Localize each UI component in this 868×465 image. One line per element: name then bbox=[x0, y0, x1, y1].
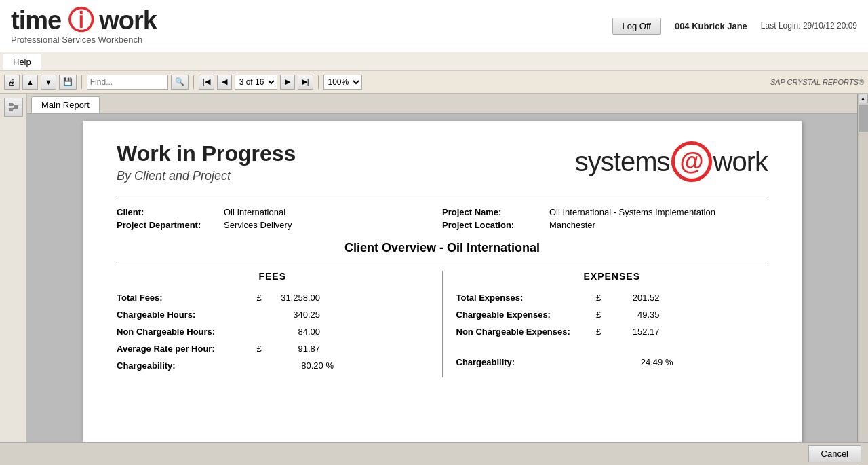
scroll-track bbox=[859, 103, 868, 456]
report-subtitle: By Client and Project bbox=[117, 169, 296, 183]
toolbar-separator-2 bbox=[193, 75, 194, 89]
nav-next-button[interactable]: ▶ bbox=[280, 75, 295, 90]
page-selector[interactable]: 3 of 16 bbox=[235, 75, 277, 90]
vertical-scrollbar[interactable]: ▲ ▼ bbox=[857, 94, 868, 465]
project-location-label: Project Location: bbox=[442, 220, 544, 230]
nav-prev-button[interactable]: ◀ bbox=[217, 75, 232, 90]
print-button[interactable]: 🖨 bbox=[4, 75, 20, 90]
svg-rect-1 bbox=[9, 108, 13, 111]
systems-work-logo: systems@work bbox=[575, 141, 768, 182]
chargeable-expenses-value: 49.35 bbox=[606, 310, 660, 320]
fees-header: FEES bbox=[117, 271, 429, 282]
report-area: Main Report Work in Progress By Client a… bbox=[27, 94, 857, 465]
total-fees-currency: £ bbox=[252, 293, 266, 303]
two-column-section: FEES Total Fees: £ 31,258.00 Chargeable … bbox=[117, 271, 768, 377]
client-row: Client: Oil International bbox=[117, 207, 442, 217]
total-fees-value: 31,258.00 bbox=[266, 293, 320, 303]
expenses-header: EXPENSES bbox=[456, 271, 768, 282]
chargeable-expenses-label: Chargeable Expenses: bbox=[456, 310, 592, 320]
total-expenses-currency: £ bbox=[592, 293, 606, 303]
project-name-label: Project Name: bbox=[442, 207, 544, 217]
chargeable-expenses-currency: £ bbox=[592, 310, 606, 320]
avg-rate-row: Average Rate per Hour: £ 91.87 bbox=[117, 343, 429, 354]
svg-line-3 bbox=[13, 104, 14, 107]
tab-main-report[interactable]: Main Report bbox=[31, 96, 100, 113]
fees-chargeability-row: Chargeability: 80.20 % bbox=[117, 360, 429, 371]
svg-rect-2 bbox=[14, 105, 18, 109]
non-chargeable-expenses-currency: £ bbox=[592, 327, 606, 337]
header-right: Log Off 004 Kubrick Jane Last Login: 29/… bbox=[612, 18, 858, 35]
report-title-block: Work in Progress By Client and Project bbox=[117, 141, 296, 183]
project-name-value: Oil International - Systems Implementati… bbox=[549, 207, 715, 217]
non-chargeable-hours-row: Non Chargeable Hours: 84.00 bbox=[117, 327, 429, 337]
app-header: time ⓘ work Professional Services Workbe… bbox=[0, 0, 868, 52]
toolbar: 🖨 ▲ ▼ 💾 🔍 |◀ ◀ 3 of 16 ▶ ▶| 100% SAP CRY… bbox=[0, 71, 868, 94]
project-dept-row: Project Department: Services Delivery bbox=[117, 220, 442, 230]
app-subtitle: Professional Services Workbench bbox=[11, 35, 157, 45]
fees-chargeability-value: 80.20 % bbox=[266, 360, 334, 371]
export-button[interactable]: 💾 bbox=[59, 75, 77, 90]
report-page: Work in Progress By Client and Project s… bbox=[83, 121, 802, 453]
client-info-grid: Client: Oil International Project Name: … bbox=[117, 207, 768, 230]
work-text: work bbox=[713, 147, 768, 177]
down-button[interactable]: ▼ bbox=[41, 75, 56, 90]
chargeable-hours-value: 340.25 bbox=[266, 310, 320, 320]
nav-first-button[interactable]: |◀ bbox=[199, 75, 214, 90]
tabs-bar: Main Report bbox=[27, 94, 857, 114]
total-fees-label: Total Fees: bbox=[117, 293, 252, 303]
avg-rate-value: 91.87 bbox=[266, 343, 320, 354]
client-info-section: Client: Oil International Project Name: … bbox=[117, 200, 768, 230]
bottom-bar: Cancel bbox=[0, 442, 868, 465]
search-input[interactable] bbox=[87, 75, 168, 90]
sidebar bbox=[0, 94, 27, 465]
crystal-reports-label: SAP CRYSTAL REPORTS® bbox=[770, 78, 864, 86]
app-logo: time ⓘ work bbox=[11, 7, 157, 33]
nav-last-button[interactable]: ▶| bbox=[298, 75, 313, 90]
logo-work: work bbox=[99, 6, 157, 35]
scroll-thumb bbox=[859, 105, 868, 132]
user-name: 004 Kubrick Jane bbox=[675, 21, 747, 31]
svg-line-4 bbox=[13, 107, 14, 109]
chargeable-expenses-row: Chargeable Expenses: £ 49.35 bbox=[456, 310, 768, 320]
toolbar-separator-3 bbox=[318, 75, 319, 89]
project-dept-value: Services Delivery bbox=[224, 220, 292, 230]
last-login: Last Login: 29/10/12 20:09 bbox=[761, 21, 857, 31]
scroll-up-arrow[interactable]: ▲ bbox=[859, 94, 868, 103]
chargeable-hours-row: Chargeable Hours: 340.25 bbox=[117, 310, 429, 320]
project-name-row: Project Name: Oil International - System… bbox=[442, 207, 768, 217]
total-expenses-label: Total Expenses: bbox=[456, 293, 592, 303]
zoom-selector[interactable]: 100% bbox=[323, 75, 362, 90]
expenses-chargeability-label: Chargeability: bbox=[456, 357, 592, 367]
systems-text: systems bbox=[575, 147, 670, 177]
report-content: Work in Progress By Client and Project s… bbox=[27, 114, 857, 465]
logoff-button[interactable]: Log Off bbox=[612, 18, 661, 35]
non-chargeable-expenses-row: Non Chargeable Expenses: £ 152.17 bbox=[456, 327, 768, 337]
menu-help[interactable]: Help bbox=[3, 54, 41, 70]
fees-chargeability-label: Chargeability: bbox=[117, 360, 252, 371]
search-button[interactable]: 🔍 bbox=[171, 75, 189, 90]
fees-column: FEES Total Fees: £ 31,258.00 Chargeable … bbox=[117, 271, 443, 377]
total-expenses-row: Total Expenses: £ 201.52 bbox=[456, 293, 768, 303]
chargeable-hours-label: Chargeable Hours: bbox=[117, 310, 252, 320]
non-chargeable-expenses-label: Non Chargeable Expenses: bbox=[456, 327, 592, 337]
up-button[interactable]: ▲ bbox=[22, 75, 38, 90]
non-chargeable-expenses-value: 152.17 bbox=[606, 327, 660, 337]
menubar: Help bbox=[0, 52, 868, 71]
non-chargeable-hours-value: 84.00 bbox=[266, 327, 320, 337]
logo-area: time ⓘ work Professional Services Workbe… bbox=[11, 7, 157, 45]
svg-rect-0 bbox=[9, 103, 13, 106]
toolbar-separator bbox=[81, 75, 82, 89]
systems-at-icon: @ bbox=[671, 141, 712, 182]
main-area: Main Report Work in Progress By Client a… bbox=[0, 94, 868, 465]
project-dept-label: Project Department: bbox=[117, 220, 218, 230]
total-fees-row: Total Fees: £ 31,258.00 bbox=[117, 293, 429, 303]
non-chargeable-hours-label: Non Chargeable Hours: bbox=[117, 327, 252, 337]
expenses-chargeability-value: 24.49 % bbox=[606, 357, 673, 367]
cancel-button[interactable]: Cancel bbox=[808, 445, 861, 462]
project-location-value: Manchester bbox=[549, 220, 595, 230]
expenses-chargeability-row: Chargeability: 24.49 % bbox=[456, 357, 768, 367]
client-value: Oil International bbox=[224, 207, 285, 217]
sidebar-icon-tree[interactable] bbox=[4, 98, 23, 117]
report-main-title: Work in Progress bbox=[117, 141, 296, 166]
section-title: Client Overview - Oil International bbox=[117, 241, 768, 261]
